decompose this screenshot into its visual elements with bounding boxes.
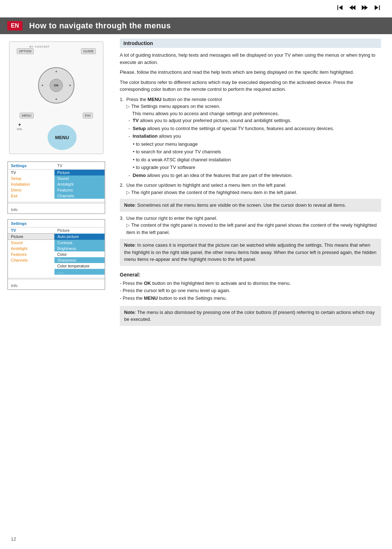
- table-row: Setup Sound: [8, 175, 105, 181]
- step-2-arrow: ▷ The right panel shows the content of t…: [126, 189, 381, 196]
- header-bar: EN How to navigate through the menus: [0, 17, 392, 34]
- left-cell: TV: [8, 227, 54, 234]
- right-cell: Color: [54, 251, 105, 257]
- settings-header-right: TV: [54, 162, 105, 170]
- page-title: How to navigate through the menus: [29, 21, 171, 31]
- left-cell: Exit: [8, 193, 54, 199]
- dpad-dot-bottom: [56, 98, 57, 100]
- table-row: Installation Ambilight: [8, 181, 105, 187]
- step-1-bullet-3: • to do a weak ATSC digital channel inst…: [133, 156, 381, 164]
- step-3: 3. Use the cursor right to enter the rig…: [120, 215, 381, 266]
- svg-rect-6: [379, 5, 380, 10]
- settings-header-left: Settings: [8, 162, 54, 170]
- settings2-header-right: [54, 220, 105, 227]
- table-row: TV Picture: [8, 170, 105, 176]
- right-column: Introduction A lot of guiding instructio…: [113, 34, 392, 549]
- step-1-text: 1. Press the MENU button on the remote c…: [120, 97, 222, 102]
- top-nav: [336, 4, 381, 12]
- general-item-3: - Press the MENU button to exit the Sett…: [120, 295, 381, 302]
- dpad-dot-right: [69, 85, 71, 86]
- left-cell: Installation: [8, 181, 54, 187]
- table-row: Picture Auto picture: [8, 234, 105, 240]
- general-list: - Press the OK button on the highlighted…: [120, 280, 381, 302]
- mycontent-label: MY CONTENT: [29, 45, 50, 48]
- volume-control: + VOL: [17, 122, 23, 131]
- table-row: Demo Features: [8, 187, 105, 193]
- right-cell: Sharpness: [54, 257, 105, 263]
- right-cell: Color temperature: [54, 263, 105, 269]
- general-item-2: - Press the cursor left to go one menu l…: [120, 287, 381, 295]
- menu-button: MENU: [20, 113, 34, 118]
- ok-button: OK: [50, 79, 63, 92]
- right-cell: Picture: [54, 227, 105, 234]
- intro-para-2: Please, follow the instructions and read…: [120, 69, 381, 76]
- step-1: 1. Press the MENU button on the remote c…: [120, 96, 381, 179]
- general-section: General: - Press the OK button on the hi…: [120, 272, 381, 326]
- vol-plus: +: [18, 122, 21, 128]
- fast-forward-icon[interactable]: [361, 4, 369, 12]
- right-cell: Ambilight: [54, 181, 105, 187]
- step-2-note: Note: Sometimes not all the menu items a…: [120, 199, 381, 212]
- step-1-dash-demo: - Demo allows you to get an idea of the …: [128, 172, 381, 179]
- fav-button: FAV: [83, 113, 93, 118]
- left-cell: Sound: [8, 240, 54, 246]
- dpad-dot-left: [42, 85, 43, 86]
- vol-label: VOL: [17, 128, 23, 131]
- skip-back-icon[interactable]: [336, 4, 344, 12]
- info-row: Info: [8, 206, 105, 214]
- dpad-dot-top: [56, 71, 57, 72]
- left-cell: Picture: [8, 234, 54, 240]
- table-row: Features Color: [8, 251, 105, 257]
- right-cell: Sound: [54, 175, 105, 181]
- right-cell: Contrast: [54, 240, 105, 246]
- info-label: Info: [8, 206, 105, 214]
- dpad: OK: [38, 67, 74, 104]
- general-title: General:: [120, 272, 381, 278]
- table-row: ......: [8, 269, 105, 275]
- left-cell: [8, 269, 54, 275]
- step-2-text: 2. Use the cursor up/down to highlight a…: [120, 182, 287, 188]
- svg-marker-5: [364, 5, 368, 10]
- step-3-text: 3. Use the cursor right to enter the rig…: [120, 215, 217, 221]
- step-1-dash-setup: - Setup allows you to control the settin…: [128, 125, 381, 132]
- step-1-arrow: ▷ The Settings menu appears on the scree…: [126, 103, 381, 117]
- left-cell: Features: [8, 251, 54, 257]
- general-note: Note: The menu is also dismissed by pres…: [120, 306, 381, 326]
- table-row: TV Picture: [8, 227, 105, 234]
- right-cell: Brightness: [54, 246, 105, 251]
- right-cell: ......: [54, 269, 105, 275]
- steps-list: 1. Press the MENU button on the remote c…: [120, 96, 381, 266]
- skip-forward-icon[interactable]: [373, 4, 381, 12]
- table-row: Color temperature: [8, 263, 105, 269]
- step-1-bullet-2: • to search for and store your TV channe…: [133, 148, 381, 156]
- left-cell: [8, 263, 54, 269]
- settings-table-2: Settings TV Picture Picture Auto picture…: [7, 219, 105, 290]
- introduction-title: Introduction: [120, 39, 381, 48]
- remote-illustration: MY CONTENT OPTION GUIDE OK MENU FAV +: [9, 41, 103, 154]
- left-cell: Ambilight: [8, 246, 54, 251]
- table-row: Channels Sharpness: [8, 257, 105, 263]
- step-1-bullet-1: • to select your menu language: [133, 141, 381, 148]
- svg-rect-0: [338, 5, 338, 10]
- option-button: OPTION: [17, 48, 34, 54]
- right-cell: Channels: [54, 193, 105, 199]
- step-1-dash-tv: - TV allows you to adjust your preferred…: [128, 117, 381, 124]
- empty-row: [8, 199, 105, 202]
- settings2-header-left: Settings: [8, 220, 54, 227]
- left-cell: Setup: [8, 175, 54, 181]
- intro-para-1: A lot of guiding instructions, help text…: [120, 52, 381, 66]
- language-badge: EN: [7, 21, 23, 31]
- left-column: MY CONTENT OPTION GUIDE OK MENU FAV +: [0, 34, 113, 549]
- main-content: MY CONTENT OPTION GUIDE OK MENU FAV +: [0, 34, 392, 549]
- step-1-dash-installation: - Installation allows you: [128, 133, 381, 140]
- settings-table-1: Settings TV TV Picture Setup Sound Insta…: [7, 161, 105, 214]
- menu-bubble: MENU: [48, 125, 77, 150]
- intro-para-3: The color buttons refer to different act…: [120, 79, 381, 93]
- right-cell: Auto picture: [54, 234, 105, 240]
- rewind-icon[interactable]: [348, 4, 356, 12]
- left-cell: Demo: [8, 187, 54, 193]
- step-1-bullet-4: • to upgrade your TV software: [133, 164, 381, 171]
- guide-button: GUIDE: [81, 48, 96, 54]
- info-row: Info: [8, 282, 105, 290]
- left-cell: Channels: [8, 257, 54, 263]
